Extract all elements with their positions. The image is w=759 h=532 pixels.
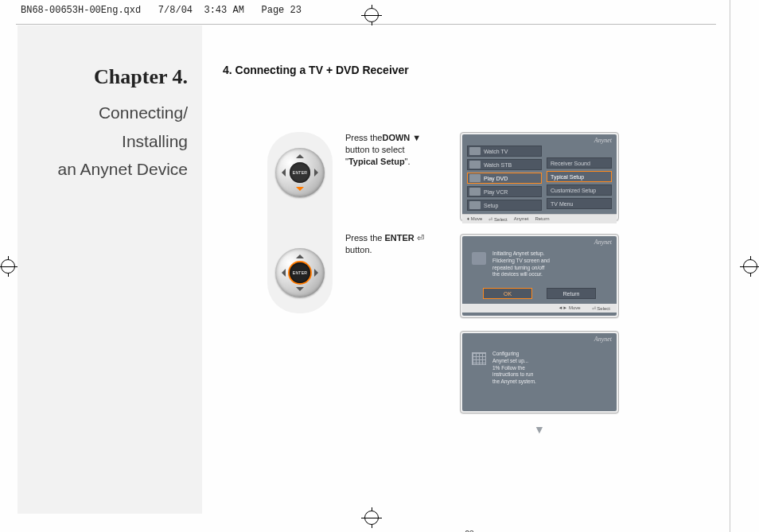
- meta-date: 7/8/04: [158, 5, 193, 16]
- tv-frame-2: Anynet Initiating Anynet setup. Flickeri…: [460, 234, 619, 318]
- chapter-line3: an Anynet Device: [18, 155, 188, 184]
- chapter-line2: Installing: [18, 127, 188, 156]
- meta-file: BN68-00653H-00Eng.qxd: [21, 5, 141, 16]
- chapter-subtitle: Connecting/ Installing an Anynet Device: [18, 99, 188, 184]
- remote-column: ENTER ENTER: [267, 132, 333, 313]
- menu-item-setup[interactable]: Setup: [467, 200, 542, 211]
- dialog-footer: ◄► Move ⏎ Select: [462, 304, 617, 313]
- instruction-step-2: Press the ENTER ⏎ button.: [345, 232, 447, 332]
- menu-left-list: Watch TV Watch STB Play DVD Play VCR Set…: [467, 146, 542, 211]
- setup-icon: [472, 252, 486, 265]
- menu-item-receiver-sound[interactable]: Receiver Sound: [547, 157, 612, 169]
- right-rule: [730, 0, 730, 532]
- instruction-column: Press theDOWN ▼ button to select "Typica…: [345, 132, 447, 332]
- anynet-logo: Anynet: [594, 239, 612, 246]
- anynet-logo: Anynet: [594, 137, 612, 144]
- chapter-number: Chapter 4.: [18, 65, 188, 89]
- meta-page: Page 23: [262, 5, 302, 16]
- menu-item-play-dvd[interactable]: Play DVD: [467, 173, 542, 184]
- crop-mark-top: [361, 5, 382, 25]
- chapter-line1: Connecting/: [18, 99, 188, 127]
- dpad-center-label: ENTER: [290, 162, 310, 183]
- tv-frame-3: Anynet Configuring Anynet set up... 1% F…: [460, 331, 619, 414]
- return-button[interactable]: Return: [547, 288, 596, 299]
- menu-item-typical-setup[interactable]: Typical Setup: [547, 171, 612, 182]
- down-arrow-icon: ▼: [412, 133, 421, 142]
- menu-item-watch-tv[interactable]: Watch TV: [467, 146, 542, 157]
- meta-time: 3:43 AM: [204, 5, 243, 16]
- dpad-enter-highlight: ENTER: [275, 248, 325, 297]
- menu-right-list: Receiver Sound Typical Setup Customized …: [547, 146, 612, 211]
- section-title: 4. Connecting a TV + DVD Receiver: [223, 64, 716, 76]
- menu-footer: ♦ Move ⏎ Select Anynet Return: [462, 214, 617, 223]
- menu-item-play-vcr[interactable]: Play VCR: [467, 186, 542, 197]
- screenshots-column: Anynet Watch TV Watch STB Play DVD Play …: [460, 132, 619, 436]
- instruction-step-1: Press theDOWN ▼ button to select "Typica…: [345, 132, 447, 232]
- continue-arrow-icon: ▼: [460, 423, 619, 436]
- ok-button[interactable]: OK: [483, 288, 532, 299]
- dpad-center-label: ENTER: [290, 262, 310, 283]
- tv-frame-1: Anynet Watch TV Watch STB Play DVD Play …: [460, 132, 619, 221]
- crop-mark-left: [0, 256, 18, 277]
- menu-item-tv-menu[interactable]: TV Menu: [547, 198, 612, 209]
- crop-mark-right: [740, 256, 759, 277]
- enter-icon: ⏎: [417, 233, 424, 243]
- grid-icon: [472, 352, 486, 365]
- dpad-down-highlight: ENTER: [275, 148, 325, 197]
- crop-mark-bottom: [361, 507, 382, 528]
- menu-item-watch-stb[interactable]: Watch STB: [467, 159, 542, 170]
- anynet-logo: Anynet: [594, 336, 612, 343]
- chapter-sidebar: Chapter 4. Connecting/ Installing an Any…: [18, 25, 202, 514]
- progress-text: Configuring Anynet set up... 1% Follow t…: [492, 351, 536, 386]
- main-content: 4. Connecting a TV + DVD Receiver ENTER …: [223, 64, 716, 436]
- print-meta: BN68-00653H-00Eng.qxd 7/8/04 3:43 AM Pag…: [21, 5, 302, 16]
- menu-item-customized-setup[interactable]: Customized Setup: [547, 184, 612, 196]
